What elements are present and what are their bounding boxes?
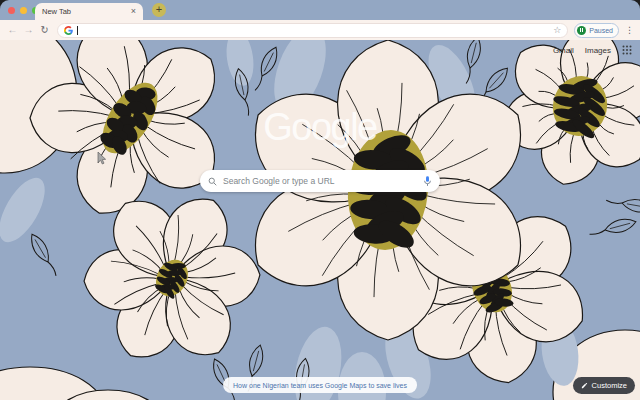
gmail-link[interactable]: Gmail bbox=[553, 46, 574, 55]
close-window-button[interactable] bbox=[8, 7, 15, 14]
new-tab-page: Gmail Images Google Search Google or typ… bbox=[0, 40, 640, 400]
back-icon[interactable]: ← bbox=[6, 25, 19, 35]
google-apps-grid-icon[interactable] bbox=[622, 45, 632, 55]
pause-icon bbox=[577, 26, 586, 35]
sync-paused-badge[interactable]: Paused bbox=[574, 23, 619, 38]
browser-window: New Tab × + ← → ↻ ☆ Paused ⋮ bbox=[0, 0, 640, 400]
reload-icon[interactable]: ↻ bbox=[38, 25, 51, 35]
tab-title: New Tab bbox=[42, 7, 127, 16]
toolbar: ← → ↻ ☆ Paused ⋮ bbox=[0, 20, 640, 40]
promo-link[interactable]: How one Nigerian team uses Google Maps t… bbox=[233, 382, 407, 389]
address-bar[interactable]: ☆ bbox=[57, 23, 568, 38]
images-link[interactable]: Images bbox=[585, 46, 611, 55]
customize-button[interactable]: Customize bbox=[573, 377, 635, 394]
promo-pill[interactable]: How one Nigerian team uses Google Maps t… bbox=[223, 377, 417, 393]
search-icon bbox=[208, 177, 217, 186]
bookmark-star-icon[interactable]: ☆ bbox=[553, 26, 561, 35]
pencil-icon bbox=[581, 382, 588, 389]
microphone-icon[interactable] bbox=[423, 176, 432, 187]
floral-theme-background bbox=[0, 40, 640, 400]
search-bar[interactable]: Search Google or type a URL bbox=[200, 170, 440, 192]
tab-close-icon[interactable]: × bbox=[131, 7, 136, 16]
customize-label: Customize bbox=[592, 381, 627, 390]
new-tab-button[interactable]: + bbox=[152, 3, 166, 17]
browser-menu-icon[interactable]: ⋮ bbox=[625, 25, 634, 35]
search-placeholder: Search Google or type a URL bbox=[223, 176, 417, 186]
paused-label: Paused bbox=[589, 27, 613, 34]
forward-icon[interactable]: → bbox=[22, 25, 35, 35]
minimize-window-button[interactable] bbox=[20, 7, 27, 14]
tab-new-tab[interactable]: New Tab × bbox=[35, 3, 143, 20]
mouse-cursor bbox=[97, 152, 107, 165]
tab-strip: New Tab × + bbox=[0, 0, 640, 20]
quick-links: Gmail Images bbox=[553, 45, 632, 55]
google-logo: Google bbox=[0, 106, 640, 149]
google-favicon bbox=[64, 26, 73, 35]
text-caret bbox=[77, 26, 78, 35]
